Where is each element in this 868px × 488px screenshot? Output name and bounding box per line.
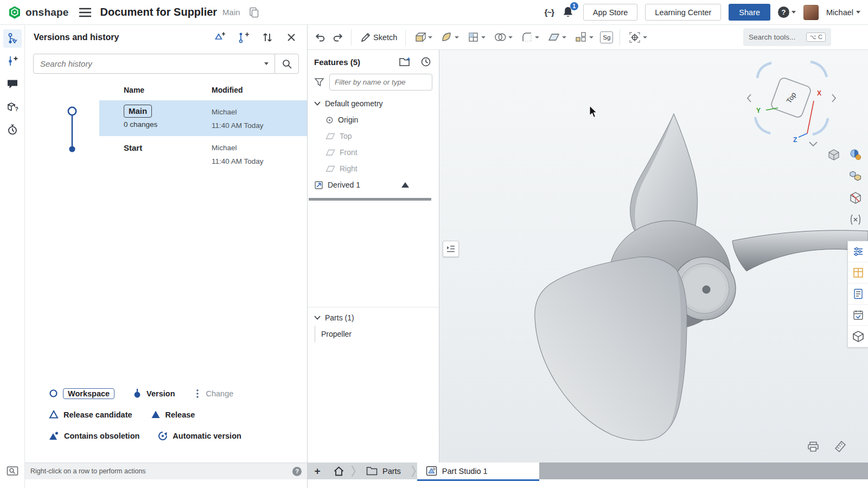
help-menu-button[interactable]: ?	[778, 7, 796, 18]
graphics-area[interactable]: Top X Y Z	[439, 50, 868, 463]
help-icon[interactable]: ?	[292, 467, 302, 476]
new-folder-button[interactable]	[398, 55, 411, 68]
status-text: Right-click on a row to perform actions	[30, 467, 146, 475]
mate-connector-group[interactable]	[625, 29, 650, 46]
add-tab-button[interactable]: +	[308, 463, 327, 479]
featurescript-notices-icon[interactable]: {~}	[544, 8, 553, 17]
top-plane-node[interactable]: Top	[308, 128, 439, 144]
row-name-cell: Main 0 changes	[124, 105, 157, 129]
hamburger-menu-icon[interactable]	[79, 8, 92, 17]
home-tab-button[interactable]	[327, 463, 350, 479]
learning-center-button[interactable]: Learning Center	[645, 4, 721, 21]
feature-list-flyout-toggle[interactable]	[443, 241, 459, 257]
plane-tool-group[interactable]	[544, 29, 570, 45]
rollback-marker-icon[interactable]	[401, 182, 410, 188]
pattern-tool-group[interactable]	[571, 29, 597, 45]
cubes-stack-icon	[849, 170, 862, 183]
release-panel-button[interactable]	[848, 305, 868, 326]
custom-tables-panel-button[interactable]	[848, 262, 868, 284]
parts-node[interactable]: Parts (1)	[308, 310, 439, 326]
default-geometry-node[interactable]: Default geometry	[308, 95, 439, 112]
shaded-sphere-icon	[849, 148, 862, 161]
derived-feature-node[interactable]: Derived 1	[308, 177, 439, 193]
search-tools-field[interactable]: Search tools... ⌥ C	[743, 28, 831, 46]
tab-part-studio-1[interactable]: Part Studio 1	[417, 463, 539, 479]
boolean-tool-group[interactable]	[490, 29, 516, 45]
row-author: Michael	[212, 108, 237, 116]
compare-button[interactable]	[260, 30, 275, 44]
parts-section: Parts (1) Propeller	[308, 307, 439, 342]
sketch-group-button[interactable]: Sg	[598, 29, 615, 46]
tab-separator	[411, 463, 417, 479]
share-button[interactable]: Share	[729, 4, 770, 21]
search-submit-button[interactable]	[275, 54, 298, 73]
search-history-input[interactable]	[34, 59, 258, 68]
chevron-right-icon	[411, 465, 416, 478]
section-view-button[interactable]	[847, 190, 864, 206]
front-plane-node[interactable]: Front	[308, 144, 439, 160]
onshape-logo[interactable]: onshape	[8, 5, 69, 20]
column-modified: Modified	[212, 86, 243, 94]
bom-panel-button[interactable]	[848, 284, 868, 305]
versions-panel-header: Versions and history	[25, 25, 307, 50]
units-scale-button[interactable]	[833, 440, 847, 454]
history-row-start[interactable]: Start Michael 11:40 AM Today	[99, 136, 307, 170]
configuration-icon	[852, 246, 864, 258]
comment-icon	[6, 78, 19, 91]
sketch-button[interactable]: Sketch	[356, 30, 400, 45]
user-menu-button[interactable]: Michael	[826, 8, 860, 17]
divider	[620, 29, 620, 46]
display-options-button[interactable]	[847, 146, 864, 163]
workspace-icon	[49, 389, 58, 398]
history-button[interactable]	[3, 120, 22, 139]
where-used-button[interactable]: ?	[3, 98, 22, 116]
row-author: Michael	[212, 144, 237, 152]
print-3d-button[interactable]	[806, 440, 820, 454]
versions-history-button[interactable]	[3, 29, 22, 48]
axis-y-label: Y	[756, 107, 761, 114]
undo-button[interactable]	[312, 29, 328, 46]
rollback-bar[interactable]	[309, 198, 431, 201]
create-branch-button[interactable]	[237, 30, 251, 44]
app-store-button[interactable]: App Store	[583, 4, 638, 21]
tab-part-studio-label: Part Studio 1	[442, 467, 488, 476]
redo-button[interactable]	[330, 29, 346, 46]
boolean-icon	[494, 31, 507, 43]
measure-button[interactable]	[847, 211, 864, 228]
stopwatch-icon	[6, 123, 19, 136]
parts-list-panel-button[interactable]	[848, 326, 868, 347]
view-cube[interactable]: Top X Y Z	[746, 54, 842, 151]
feature-history-button[interactable]	[419, 55, 432, 68]
section-view-icon	[849, 191, 862, 204]
right-plane-node[interactable]: Right	[308, 160, 439, 177]
right-plane-label: Right	[340, 164, 358, 173]
user-avatar[interactable]	[803, 5, 819, 20]
origin-node[interactable]: Origin	[308, 112, 439, 128]
document-list-icon	[852, 288, 864, 300]
close-panel-button[interactable]	[284, 30, 298, 44]
change-icon	[194, 389, 201, 399]
copy-document-icon[interactable]	[248, 7, 260, 18]
notifications-button[interactable]: 1	[561, 5, 576, 20]
view-cube-home-button[interactable]	[826, 146, 842, 163]
feature-filter-input[interactable]	[329, 74, 432, 91]
search-dropdown-button[interactable]	[258, 62, 275, 65]
legend-version: Version	[133, 389, 175, 399]
search-rail-button[interactable]	[3, 462, 22, 480]
part-propeller-node[interactable]: Propeller	[315, 326, 439, 342]
version-graph	[65, 101, 80, 171]
split-tool-group[interactable]	[464, 29, 489, 45]
loft-tool-group[interactable]	[437, 29, 462, 45]
comments-button[interactable]	[3, 75, 22, 93]
create-version-button[interactable]	[213, 30, 227, 44]
fillet-tool-group[interactable]	[518, 29, 542, 45]
create-version-rail-button[interactable]	[3, 52, 22, 70]
redo-icon	[332, 32, 344, 43]
tab-parts[interactable]: Parts	[356, 463, 411, 479]
derived-feature-icon	[314, 181, 323, 190]
named-views-button[interactable]	[847, 168, 864, 184]
extrude-tool-group[interactable]	[411, 29, 436, 45]
history-row-main[interactable]: Main 0 changes Michael 11:40 AM Today	[99, 100, 307, 136]
configurations-panel-button[interactable]	[848, 241, 868, 262]
tab-bar-filler	[539, 463, 868, 479]
